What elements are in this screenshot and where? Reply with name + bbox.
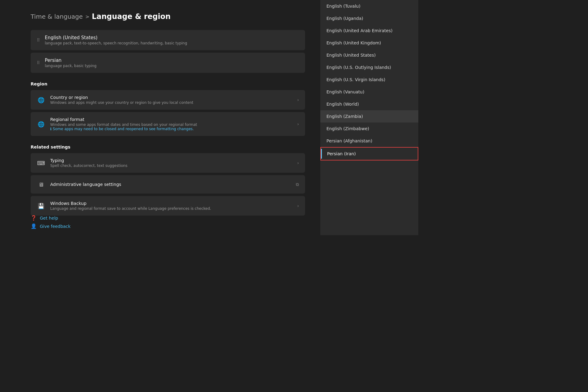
globe-icon: 🌐 <box>37 96 45 104</box>
dropdown-item[interactable]: English (U.S. Virgin Islands) <box>320 74 418 86</box>
feedback-icon: 👤 <box>31 223 37 229</box>
chevron-right-icon: › <box>297 160 299 165</box>
windows-backup-item[interactable]: 💾 Windows Backup Language and regional f… <box>31 196 305 216</box>
dropdown-item[interactable]: Persian (Iran) <box>320 147 418 160</box>
dropdown-item[interactable]: English (United Kingdom) <box>320 37 418 49</box>
language-item-english-us[interactable]: ⠿ English (United States) language pack,… <box>31 30 305 50</box>
regional-format-item[interactable]: 🌐 Regional format Windows and some apps … <box>31 112 305 136</box>
breadcrumb-separator: > <box>85 14 89 20</box>
dropdown-item[interactable]: English (United Arab Emirates) <box>320 24 418 37</box>
external-link-icon: ⧉ <box>296 182 299 187</box>
dropdown-item[interactable]: Persian (Afghanistan) <box>320 135 418 147</box>
typing-item[interactable]: ⌨ Typing Spell check, autocorrect, text … <box>31 153 305 173</box>
admin-lang-title: Administrative language settings <box>50 182 291 187</box>
regional-format-desc: Windows and some apps format dates and t… <box>50 123 292 131</box>
keyboard-icon: ⌨ <box>37 159 45 167</box>
language-name: English (United States) <box>45 35 187 40</box>
backup-icon: 💾 <box>37 202 45 210</box>
dropdown-item[interactable]: English (Zambia) <box>320 110 418 123</box>
regional-format-title: Regional format <box>50 117 292 122</box>
dropdown-item[interactable]: English (Tuvalu) <box>320 0 418 12</box>
language-desc: language pack, basic typing <box>45 64 96 68</box>
give-feedback-link[interactable]: 👤 Give feedback <box>31 223 70 229</box>
typing-desc: Spell check, autocorrect, text suggestio… <box>50 164 292 168</box>
get-help-link[interactable]: ❓ Get help <box>31 215 70 221</box>
breadcrumb: Time & language > Language & region <box>31 12 305 21</box>
dropdown-item[interactable]: English (Uganda) <box>320 12 418 24</box>
language-item-persian[interactable]: ⠿ Persian language pack, basic typing <box>31 53 305 73</box>
backup-desc: Language and regional format save to acc… <box>50 206 292 211</box>
dropdown-item[interactable]: English (World) <box>320 98 418 110</box>
language-dropdown-panel: English (Tuvalu)English (Uganda)English … <box>320 0 418 235</box>
related-settings-heading: Related settings <box>31 145 305 149</box>
country-region-item[interactable]: 🌐 Country or region Windows and apps mig… <box>31 90 305 110</box>
breadcrumb-parent[interactable]: Time & language <box>31 13 83 20</box>
bottom-links: ❓ Get help 👤 Give feedback <box>31 215 70 229</box>
dropdown-item[interactable]: English (Vanuatu) <box>320 86 418 98</box>
breadcrumb-current: Language & region <box>92 12 171 21</box>
chevron-right-icon: › <box>297 203 299 208</box>
help-icon: ❓ <box>31 215 37 221</box>
give-feedback-label: Give feedback <box>40 224 70 229</box>
drag-handle-icon: ⠿ <box>37 60 40 65</box>
language-name: Persian <box>45 58 96 63</box>
typing-title: Typing <box>50 158 292 163</box>
get-help-label: Get help <box>40 216 58 221</box>
dropdown-item[interactable]: English (Zimbabwe) <box>320 123 418 135</box>
format-icon: 🌐 <box>37 120 45 128</box>
dropdown-item[interactable]: English (United States) <box>320 49 418 61</box>
backup-title: Windows Backup <box>50 201 292 206</box>
regional-format-note: ℹ Some apps may need to be closed and re… <box>50 127 194 131</box>
region-heading: Region <box>31 81 305 86</box>
admin-icon: 🖥 <box>37 180 45 189</box>
chevron-right-icon: › <box>297 97 299 102</box>
region-item-desc: Windows and apps might use your country … <box>50 100 292 105</box>
dropdown-item[interactable]: English (U.S. Outlying Islands) <box>320 61 418 74</box>
main-content: Time & language > Language & region ⠿ En… <box>0 0 320 235</box>
drag-handle-icon: ⠿ <box>37 38 40 43</box>
language-desc: language pack, text-to-speech, speech re… <box>45 41 187 45</box>
admin-lang-item[interactable]: 🖥 Administrative language settings ⧉ <box>31 175 305 194</box>
chevron-right-icon: › <box>297 122 299 126</box>
region-item-title: Country or region <box>50 95 292 100</box>
